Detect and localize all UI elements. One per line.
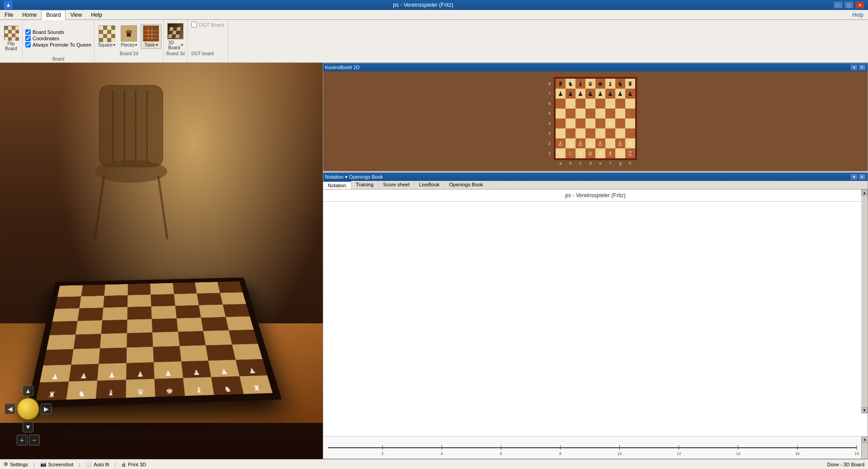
board3d-view: ♟♟♟♟♟♟♟♟ ♜♞♝♛♚♝♞♜ ▲ ◀ ▶ ▼ + − <box>0 63 323 459</box>
notation-panel: Notation ▾ Openings Book ▾ ✕ Notation Tr… <box>323 172 868 459</box>
screenshot-icon: 📷 <box>40 461 47 467</box>
dgt-group: DGT Board DGT board <box>188 20 228 62</box>
svg-text:14: 14 <box>736 451 741 456</box>
table-option[interactable]: Table ▾ <box>141 24 161 49</box>
nav-ball[interactable] <box>17 398 39 420</box>
status-sep1: | <box>33 462 35 467</box>
maximize-button[interactable]: □ <box>844 1 854 9</box>
menubar: File Home Board View Help Help <box>0 10 868 20</box>
pieces-dropdown-icon[interactable]: ▾ <box>135 43 137 47</box>
svg-line-23 <box>158 176 167 239</box>
board3d-dropdown-icon[interactable]: ▾ <box>181 43 183 47</box>
settings-icon: ⚙ <box>4 461 8 467</box>
dgt-board-checkbox[interactable]: DGT Board <box>191 22 224 28</box>
flip-board-label: FlipBoard <box>5 41 17 51</box>
minimize-button[interactable]: − <box>834 1 843 9</box>
scrollbar-up-button[interactable]: ▲ <box>861 189 868 196</box>
nav-down-button[interactable]: ▼ <box>23 422 33 432</box>
chart-scroll-track[interactable] <box>862 443 868 459</box>
settings-label: Settings <box>10 462 28 467</box>
rank-labels: 8 7 6 5 4 3 2 1 <box>548 79 551 158</box>
game-title: ps - Vereinsspieler (Fritz) <box>323 189 868 202</box>
chess2d-board-wrapper: 8 7 6 5 4 3 2 1 ♜ ♞ ♝ <box>554 77 637 166</box>
tab-openings-book[interactable]: Openings Book <box>444 181 488 189</box>
square-option[interactable]: Square ▾ <box>96 24 117 48</box>
svg-rect-12 <box>176 31 180 34</box>
board3d-group-label: Board 3d <box>165 51 185 56</box>
kb2d-close-button[interactable]: ✕ <box>859 64 866 71</box>
chart-scroll-up-button[interactable]: ▲ <box>862 436 868 443</box>
menu-file[interactable]: File <box>0 10 18 20</box>
print3d-icon: 🖨 <box>121 462 126 467</box>
close-button[interactable]: ✕ <box>855 1 864 9</box>
print3d-button[interactable]: 🖨 Print 3D <box>121 462 146 467</box>
notation-content: ps - Vereinsspieler (Fritz) ▲ ▼ <box>323 189 868 436</box>
status-text: Done - 3D Board <box>827 462 864 467</box>
board3d-label: 3DBoard <box>168 40 180 50</box>
print3d-label: Print 3D <box>128 462 146 467</box>
scrollbar-down-button[interactable]: ▼ <box>861 407 868 413</box>
board2d-items: Square ▾ ♛ Pieces ▾ <box>96 22 161 51</box>
notation-close-button[interactable]: ✕ <box>859 174 866 180</box>
tab-training[interactable]: Training <box>351 181 378 189</box>
menu-board[interactable]: Board <box>41 10 66 20</box>
titlebar-controls: − □ ✕ <box>834 1 864 9</box>
settings-button[interactable]: ⚙ Settings <box>4 461 28 467</box>
menu-help[interactable]: Help <box>86 10 107 20</box>
pieces-option[interactable]: ♛ Pieces ▾ <box>119 24 139 48</box>
svg-rect-14 <box>172 34 176 38</box>
menu-view[interactable]: View <box>66 10 86 20</box>
flip-board-button[interactable]: FlipBoard <box>0 20 23 62</box>
help-button[interactable]: Help <box>848 11 868 19</box>
kb2d-titlebar: Kontrollbrett 2D ▾ ✕ <box>323 63 868 71</box>
titlebar-app-icon: ♟ <box>4 0 13 9</box>
scrollbar-track[interactable] <box>861 196 868 407</box>
svg-rect-8 <box>173 27 177 31</box>
square-dropdown-icon[interactable]: ▾ <box>113 43 115 47</box>
coordinates-checkbox[interactable]: Coordinates <box>25 36 91 41</box>
nav-zoom-in-button[interactable]: + <box>17 435 28 445</box>
ribbon: FlipBoard Board Sounds Coordinates Alway… <box>0 20 868 63</box>
tab-scoresheet[interactable]: Score sheet <box>378 181 415 189</box>
status-sep3: | <box>114 462 116 467</box>
board-sounds-checkbox[interactable]: Board Sounds <box>25 29 91 35</box>
tab-livebook[interactable]: LiveBook <box>415 181 444 189</box>
chart-area: 2 4 6 8 10 12 14 16 18 ▲ <box>323 436 868 459</box>
nav-top-row: ▲ <box>23 385 33 396</box>
always-promote-input[interactable] <box>25 42 31 47</box>
board-sounds-input[interactable] <box>25 29 31 35</box>
tab-notation[interactable]: Notation <box>323 181 351 189</box>
menu-home[interactable]: Home <box>18 10 41 20</box>
flip-board-icon <box>4 26 19 40</box>
coordinates-input[interactable] <box>25 36 31 41</box>
always-promote-checkbox[interactable]: Always Promote To Queen <box>25 42 91 47</box>
svg-rect-7 <box>170 27 174 31</box>
nav-up-button[interactable]: ▲ <box>23 385 33 396</box>
notation-scrollbar: ▲ ▼ <box>861 189 868 413</box>
board-group-label: Board <box>23 57 94 62</box>
dgt-board-input[interactable] <box>191 22 197 28</box>
svg-line-22 <box>95 176 104 239</box>
pieces-icon: ♛ <box>121 25 137 42</box>
svg-rect-13 <box>168 34 172 38</box>
table-dropdown-icon[interactable]: ▾ <box>156 43 158 47</box>
svg-text:18: 18 <box>854 451 859 456</box>
statusbar: ⚙ Settings | 📷 Screenshot | ⬜ Auto fit |… <box>0 459 868 469</box>
table-icon <box>143 25 159 42</box>
chess3d-board[interactable]: ♟♟♟♟♟♟♟♟ ♜♞♝♛♚♝♞♜ <box>27 278 282 408</box>
svg-rect-15 <box>175 34 179 38</box>
nav-right-button[interactable]: ▶ <box>41 403 52 414</box>
kb2d-minimize-button[interactable]: ▾ <box>850 64 858 71</box>
nav-zoom-out-button[interactable]: − <box>29 435 40 445</box>
board2d-group-label: Board 2d <box>96 51 161 56</box>
autofit-button[interactable]: ⬜ Auto fit <box>85 461 109 467</box>
notation-minimize-button[interactable]: ▾ <box>850 174 858 180</box>
svg-rect-11 <box>172 31 176 34</box>
board3d-option[interactable]: 3DBoard ▾ <box>165 22 185 51</box>
chess2d-board[interactable]: ♜ ♞ ♝ ♛ ♚ ♝ ♞ ♜ ♟ ♟ ♟ ♟ ♟ ♟ <box>554 77 637 160</box>
svg-point-21 <box>95 160 167 183</box>
svg-text:2: 2 <box>382 451 384 456</box>
nav-left-button[interactable]: ◀ <box>5 403 15 414</box>
screenshot-button[interactable]: 📷 Screenshot <box>40 461 74 467</box>
autofit-icon: ⬜ <box>85 461 92 467</box>
